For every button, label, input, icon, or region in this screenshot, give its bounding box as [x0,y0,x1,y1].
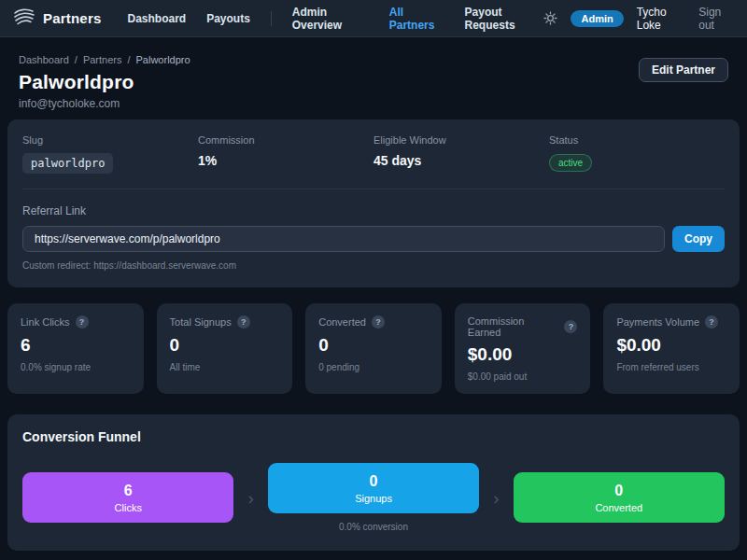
referral-link-input[interactable] [22,226,665,252]
funnel-box-signups: 0 Signups [268,463,479,513]
commission-field: Commission 1% [198,134,374,174]
funnel-stage-signups: 0 Signups 0.0% conversion [268,463,479,532]
stat-value: 6 [21,335,131,356]
partner-email: info@tycholoke.com [19,97,190,110]
slug-field: Slug palworldpro [22,134,198,174]
stat-label: Total Signups [170,316,232,328]
stat-subtext: 0 pending [318,362,429,372]
edit-partner-button[interactable]: Edit Partner [639,58,728,82]
main-nav: Dashboard Payouts Admin Overview All Par… [127,6,543,32]
stat-subtext: From referred users [616,362,726,372]
stat-label-row: Link Clicks ? [21,315,131,329]
conversion-funnel-card: Conversion Funnel 6 Clicks › 0 Signups 0… [7,414,740,551]
stat-value: $0.00 [468,344,578,365]
stat-card-link-clicks: Link Clicks ? 6 0.0% signup rate [7,303,144,394]
page-header: Dashboard / Partners / Palworldpro Palwo… [7,37,740,119]
nav-payout-requests[interactable]: Payout Requests [465,6,544,32]
breadcrumb-dashboard[interactable]: Dashboard [19,54,69,65]
stats-row: Link Clicks ? 6 0.0% signup rate Total S… [7,303,740,394]
nav-dashboard[interactable]: Dashboard [127,12,186,25]
commission-value: 1% [198,153,374,168]
commission-label: Commission [198,134,374,146]
topbar-right: Admin Tycho Loke Sign out [543,6,734,32]
page-title: Palworldpro [19,71,190,93]
card-divider [22,189,725,189]
signout-link[interactable]: Sign out [698,6,734,32]
funnel-signups-label: Signups [355,493,392,504]
status-badge: active [549,154,592,172]
help-icon[interactable]: ? [372,315,385,329]
page-content: Dashboard / Partners / Palworldpro Palwo… [0,37,747,560]
funnel-row: 6 Clicks › 0 Signups 0.0% conversion › 0… [22,463,725,532]
stat-label: Payments Volume [616,316,699,328]
breadcrumb-separator: / [75,54,78,65]
brand-name: Partners [43,10,101,26]
custom-redirect-note: Custom redirect: https://dashboard.serve… [22,260,725,271]
funnel-signups-value: 0 [370,473,378,490]
funnel-box-converted: 0 Converted [514,472,725,523]
stat-subtext: $0.00 paid out [468,371,578,382]
role-badge: Admin [571,10,623,27]
slug-value-chip: palworldpro [22,153,113,174]
funnel-title: Conversion Funnel [22,429,725,444]
page-header-left: Dashboard / Partners / Palworldpro Palwo… [19,54,190,110]
breadcrumb: Dashboard / Partners / Palworldpro [19,54,190,65]
funnel-converted-value: 0 [614,483,623,499]
funnel-clicks-value: 6 [124,483,133,499]
funnel-converted-label: Converted [595,502,642,513]
stat-label: Converted [318,316,366,328]
nav-all-partners[interactable]: All Partners [389,6,444,32]
breadcrumb-current: Palworldpro [136,54,190,65]
stat-card-converted: Converted ? 0 0 pending [305,303,442,394]
stat-label-row: Total Signups ? [170,315,280,329]
funnel-clicks-label: Clicks [115,502,142,513]
breadcrumb-partners[interactable]: Partners [83,54,122,65]
status-label: Status [549,134,725,146]
eligible-window-label: Eligible Window [374,134,549,146]
waves-logo-icon [13,7,35,30]
stat-label-row: Payments Volume ? [616,315,726,329]
breadcrumb-separator: / [127,54,130,65]
chevron-right-icon: › [245,489,256,507]
status-field: Status active [549,134,725,174]
chevron-right-icon: › [490,489,501,507]
nav-admin-overview[interactable]: Admin Overview [292,6,369,32]
brand[interactable]: Partners [13,7,101,30]
referral-link-label: Referral Link [22,204,725,217]
topbar: Partners Dashboard Payouts Admin Overvie… [0,0,747,37]
help-icon[interactable]: ? [564,320,577,333]
stat-value: 0 [318,335,429,356]
stat-card-commission-earned: Commission Earned ? $0.00 $0.00 paid out [455,303,591,394]
nav-divider [271,11,272,26]
help-icon[interactable]: ? [237,315,250,329]
copy-button[interactable]: Copy [672,226,725,252]
referral-link-row: Copy [22,226,725,252]
funnel-box-clicks: 6 Clicks [22,472,233,523]
eligible-window-value: 45 days [374,153,549,168]
funnel-conversion-caption: 0.0% conversion [268,522,479,532]
funnel-stage-converted: 0 Converted [514,472,725,523]
stat-value: 0 [170,335,280,356]
stat-label-row: Commission Earned ? [468,315,578,338]
stat-subtext: All time [170,362,280,372]
stat-value: $0.00 [616,335,726,356]
stat-label: Link Clicks [21,316,70,328]
help-icon[interactable]: ? [76,315,89,329]
stat-label-row: Converted ? [318,315,429,329]
stat-subtext: 0.0% signup rate [21,362,131,372]
stat-label: Commission Earned [468,315,559,338]
user-name: Tycho Loke [637,6,686,32]
nav-payouts[interactable]: Payouts [206,12,250,25]
eligible-window-field: Eligible Window 45 days [374,134,549,174]
stat-card-payments-volume: Payments Volume ? $0.00 From referred us… [603,303,740,394]
theme-toggle-sun-icon[interactable] [543,11,557,25]
partner-info-grid: Slug palworldpro Commission 1% Eligible … [22,134,725,174]
funnel-stage-clicks: 6 Clicks [22,472,233,523]
slug-label: Slug [22,134,198,146]
stat-card-total-signups: Total Signups ? 0 All time [157,303,293,394]
partner-info-card: Slug palworldpro Commission 1% Eligible … [7,119,740,287]
help-icon[interactable]: ? [705,315,718,329]
